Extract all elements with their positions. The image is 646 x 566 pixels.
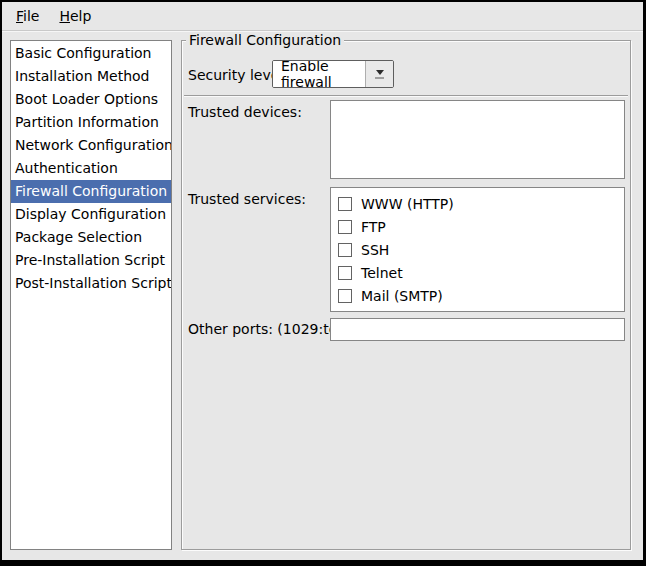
service-row-mail-smtp: Mail (SMTP) — [338, 284, 624, 307]
security-level-select[interactable]: Enable firewall — [272, 60, 394, 88]
checkbox-ftp[interactable] — [338, 220, 352, 234]
kickstart-configurator-window: File Help Basic Configuration Installati… — [0, 0, 646, 566]
service-row-www-http: WWW (HTTP) — [338, 192, 624, 215]
arrow-triangle — [376, 70, 384, 75]
service-row-ssh: SSH — [338, 238, 624, 261]
sidebar-item-firewall-configuration[interactable]: Firewall Configuration — [11, 180, 171, 203]
sidebar-item-post-installation-script[interactable]: Post-Installation Script — [11, 272, 171, 295]
horizontal-separator — [184, 95, 628, 97]
checkbox-www-http[interactable] — [338, 197, 352, 211]
sidebar-item-network-configuration[interactable]: Network Configuration — [11, 134, 171, 157]
trusted-services-list: WWW (HTTP) FTP SSH Telnet Mail (SMTP) — [330, 187, 625, 312]
chevron-down-icon[interactable] — [365, 61, 393, 87]
menu-help[interactable]: Help — [49, 5, 101, 28]
service-label: WWW (HTTP) — [361, 196, 454, 212]
trusted-devices-label: Trusted devices: — [188, 104, 302, 120]
sidebar-item-partition-information[interactable]: Partition Information — [11, 111, 171, 134]
firewall-configuration-frame: Firewall Configuration Security level: E… — [181, 40, 631, 550]
service-row-telnet: Telnet — [338, 261, 624, 284]
checkbox-telnet[interactable] — [338, 266, 352, 280]
checkbox-ssh[interactable] — [338, 243, 352, 257]
service-row-ftp: FTP — [338, 215, 624, 238]
service-label: FTP — [361, 219, 386, 235]
sidebar-item-pre-installation-script[interactable]: Pre-Installation Script — [11, 249, 171, 272]
trusted-services-label: Trusted services: — [188, 191, 306, 207]
security-level-value: Enable firewall — [273, 61, 365, 87]
trusted-devices-list[interactable] — [330, 100, 625, 179]
frame-title: Firewall Configuration — [186, 32, 344, 48]
service-label: Telnet — [361, 265, 403, 281]
sidebar-item-authentication[interactable]: Authentication — [11, 157, 171, 180]
sidebar-item-package-selection[interactable]: Package Selection — [11, 226, 171, 249]
other-ports-label: Other ports: (1029:tcp) — [188, 321, 351, 337]
arrow-bar — [375, 77, 384, 79]
sidebar-section-list: Basic Configuration Installation Method … — [10, 40, 172, 550]
menu-file[interactable]: File — [6, 5, 49, 28]
service-label: Mail (SMTP) — [361, 288, 443, 304]
sidebar-item-basic-configuration[interactable]: Basic Configuration — [11, 42, 171, 65]
menubar: File Help — [2, 2, 643, 31]
checkbox-mail-smtp[interactable] — [338, 289, 352, 303]
service-label: SSH — [361, 242, 389, 258]
sidebar-item-display-configuration[interactable]: Display Configuration — [11, 203, 171, 226]
sidebar-item-installation-method[interactable]: Installation Method — [11, 65, 171, 88]
other-ports-input[interactable] — [330, 318, 625, 341]
sidebar-item-boot-loader-options[interactable]: Boot Loader Options — [11, 88, 171, 111]
